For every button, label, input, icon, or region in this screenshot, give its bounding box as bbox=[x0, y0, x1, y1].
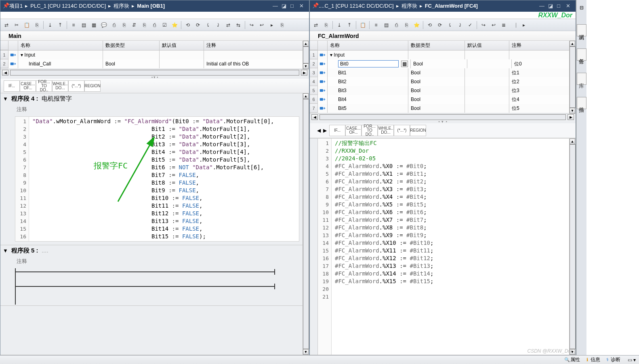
table-row[interactable]: 1 ▾ Input bbox=[0, 50, 309, 59]
tb-11[interactable]: ⎙ bbox=[109, 21, 118, 29]
tb-r2[interactable]: ⎘ bbox=[322, 21, 330, 29]
table-row[interactable]: 2 Bit0▦ Bool 位0 bbox=[310, 59, 576, 68]
sidetab-plugins[interactable]: 插件 bbox=[577, 97, 586, 109]
panel-toggle-icon[interactable]: ▭ ▾ bbox=[628, 357, 636, 363]
table-row[interactable]: 5 Bit3 Bool 位3 bbox=[310, 86, 576, 95]
hdr-name[interactable]: 名称 bbox=[18, 41, 103, 50]
hdr-comment[interactable]: 注释 bbox=[509, 41, 576, 50]
palette-item[interactable]: REGION bbox=[84, 80, 101, 92]
close-icon[interactable]: ✕ bbox=[566, 3, 573, 9]
tb-9[interactable]: ▦ bbox=[89, 21, 98, 29]
vscroll[interactable]: ▲▼ bbox=[569, 41, 576, 114]
code-editor-right[interactable]: 123456789101112131415161718192021 //报警字输… bbox=[318, 139, 569, 355]
tb-3[interactable]: 📋 bbox=[22, 21, 31, 29]
tb-5[interactable]: ⤓ bbox=[46, 21, 55, 29]
tb-r6[interactable]: ≡ bbox=[372, 21, 380, 29]
table-row[interactable]: 2 Initial_Call Bool Initial call of this… bbox=[0, 59, 309, 68]
tb-r16[interactable]: ↪ bbox=[479, 21, 488, 29]
nav-next-icon[interactable]: ▶ bbox=[323, 128, 327, 133]
diagnostics-tab[interactable]: ⚕诊断 bbox=[604, 356, 620, 363]
maximize-icon[interactable]: □ bbox=[290, 3, 298, 9]
tb-1[interactable]: ⇄ bbox=[2, 21, 11, 29]
sidetab-tasks[interactable]: 任务 bbox=[577, 48, 586, 61]
collapse-icon[interactable]: ▼ bbox=[3, 96, 8, 102]
sidetab-test[interactable]: 测试 bbox=[577, 24, 586, 36]
tb-22[interactable]: ⇄ bbox=[224, 21, 233, 29]
tb-r7[interactable]: ▤ bbox=[382, 21, 391, 29]
table-row[interactable]: 6 Bit4 Bool 位4 bbox=[310, 95, 576, 104]
palette-item[interactable]: IF... bbox=[329, 125, 345, 136]
restore-icon[interactable]: ◪ bbox=[548, 3, 555, 9]
table-row[interactable]: 3 Bit1 Bool 位1 bbox=[310, 68, 576, 77]
collapse-icon[interactable]: ▼ bbox=[3, 248, 8, 254]
palette-item[interactable]: CASE...OF... bbox=[345, 125, 362, 136]
tb-20[interactable]: ⤹ bbox=[204, 21, 212, 29]
tb-2[interactable]: ✂ bbox=[12, 21, 21, 29]
sidetab-library[interactable]: 库 bbox=[577, 73, 586, 85]
hdr-name[interactable]: 名称 bbox=[328, 41, 408, 50]
palette-item[interactable]: FOR...TODO.. bbox=[36, 80, 52, 92]
vscroll-editor[interactable]: ▲▼ bbox=[303, 93, 309, 355]
palette-item[interactable]: WHILE..DO... bbox=[378, 125, 394, 136]
tb-10[interactable]: 💬 bbox=[99, 21, 108, 29]
tb-r19[interactable]: ⎹ bbox=[509, 21, 518, 29]
palette-item[interactable]: WHILE..DO... bbox=[52, 80, 68, 92]
split-grip[interactable]: ▪ ▾ ▪ bbox=[310, 120, 576, 123]
tb-r4[interactable]: ⤒ bbox=[345, 21, 354, 29]
restore-icon[interactable]: ◪ bbox=[282, 3, 289, 9]
hdr-comment[interactable]: 注释 bbox=[204, 41, 309, 50]
split-grip[interactable]: ▪ ▾ ▪ bbox=[0, 76, 309, 79]
minimize-icon[interactable]: — bbox=[273, 3, 280, 9]
panel-toggle-icon[interactable]: ⊟ bbox=[580, 5, 584, 12]
palette-item[interactable]: REGION bbox=[410, 125, 426, 136]
tb-r8[interactable]: ⎙ bbox=[392, 21, 401, 29]
tb-21[interactable]: ⤸ bbox=[214, 21, 223, 29]
tb-r12[interactable]: ⟳ bbox=[435, 21, 444, 29]
tb-25[interactable]: ↩ bbox=[257, 21, 266, 29]
tb-8[interactable]: ▤ bbox=[79, 21, 88, 29]
palette-item[interactable]: (*...*) bbox=[394, 125, 410, 136]
palette-item[interactable]: IF... bbox=[4, 80, 20, 92]
tb-r11[interactable]: ⟲ bbox=[425, 21, 434, 29]
nav-prev-icon[interactable]: ◀ bbox=[317, 128, 321, 133]
tb-23[interactable]: ⇆ bbox=[234, 21, 243, 29]
hscroll-grid-left[interactable]: ◀▶ bbox=[0, 69, 309, 76]
tb-14[interactable]: ⎘ bbox=[140, 21, 149, 29]
tb-r1[interactable]: ⇄ bbox=[311, 21, 320, 29]
tb-26[interactable]: ▸ bbox=[267, 21, 276, 29]
hdr-def[interactable]: 默认值 bbox=[160, 41, 204, 50]
tb-r3[interactable]: ⤓ bbox=[335, 21, 344, 29]
tb-18[interactable]: ⟲ bbox=[183, 21, 192, 29]
table-row[interactable]: 1 ▾ Input bbox=[310, 50, 576, 59]
info-tab[interactable]: ℹ信息 bbox=[584, 356, 600, 363]
tb-12[interactable]: ⎘ bbox=[120, 21, 128, 29]
table-row[interactable]: 4 Bit2 Bool 位2 bbox=[310, 77, 576, 86]
tb-r5[interactable]: 📋 bbox=[358, 21, 367, 29]
tb-17[interactable]: ⭐ bbox=[170, 21, 179, 29]
properties-tab[interactable]: 🔍属性 bbox=[564, 356, 580, 363]
palette-item[interactable]: FOR...TODO.. bbox=[362, 125, 378, 136]
hdr-type[interactable]: 数据类型 bbox=[103, 41, 160, 50]
tb-r20[interactable]: ▸ bbox=[519, 21, 528, 29]
palette-item[interactable]: (*...*) bbox=[68, 80, 84, 92]
tb-4[interactable]: ⎘ bbox=[32, 21, 41, 29]
hdr-type[interactable]: 数据类型 bbox=[408, 41, 465, 50]
vscroll[interactable]: ▲▼ bbox=[303, 41, 309, 69]
tb-r15[interactable]: ✓ bbox=[466, 21, 475, 29]
tb-r17[interactable]: ↩ bbox=[489, 21, 498, 29]
tb-13[interactable]: ⇵ bbox=[130, 21, 139, 29]
tb-19[interactable]: ⟳ bbox=[193, 21, 202, 29]
minimize-icon[interactable]: — bbox=[539, 3, 547, 9]
palette-item[interactable]: CASE...OF... bbox=[20, 80, 36, 92]
ladder-rung[interactable] bbox=[15, 268, 299, 305]
tb-r13[interactable]: ⤹ bbox=[446, 21, 454, 29]
type-picker-icon[interactable]: ▦ bbox=[401, 61, 408, 67]
maximize-icon[interactable]: □ bbox=[557, 3, 564, 9]
tb-27[interactable]: ⎘ bbox=[277, 21, 286, 29]
hdr-def[interactable]: 默认值 bbox=[465, 41, 509, 50]
tb-r14[interactable]: ⤸ bbox=[456, 21, 465, 29]
tb-6[interactable]: ⤒ bbox=[56, 21, 65, 29]
tb-24[interactable]: ↪ bbox=[247, 21, 256, 29]
tb-r18[interactable]: ≣ bbox=[499, 21, 508, 29]
tb-7[interactable]: ≡ bbox=[69, 21, 78, 29]
